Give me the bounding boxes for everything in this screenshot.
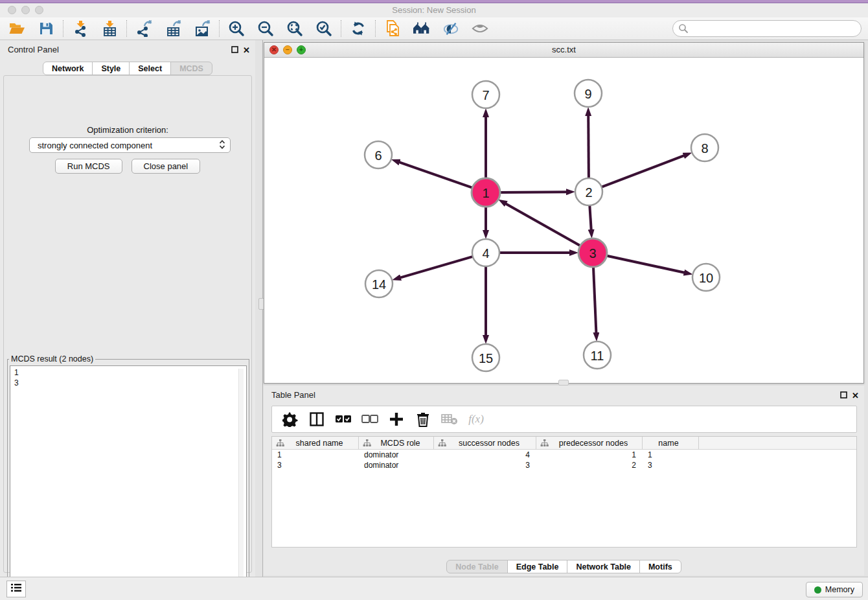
svg-text:15: 15	[479, 351, 493, 365]
import-network-icon[interactable]	[72, 20, 89, 37]
result-scrollbar[interactable]	[238, 369, 244, 597]
optimization-criterion-label: Optimization criterion:	[4, 125, 251, 135]
run-mcds-button[interactable]: Run MCDS	[55, 159, 122, 174]
tab-motifs[interactable]: Motifs	[639, 560, 681, 573]
table-cell[interactable]: 3	[643, 460, 699, 470]
close-panel-icon[interactable]: ✕	[243, 45, 250, 55]
graph-node-10[interactable]: 10	[692, 264, 720, 291]
export-table-icon[interactable]	[165, 20, 181, 37]
hide-eye-icon[interactable]	[442, 20, 459, 37]
graph-edge-3-1[interactable]	[505, 203, 582, 247]
tab-style[interactable]: Style	[92, 62, 130, 75]
table-cell[interactable]: 3	[272, 460, 359, 470]
svg-text:9: 9	[584, 87, 591, 101]
graph-edge-2-8[interactable]	[600, 156, 685, 188]
table-cell[interactable]: dominator	[359, 450, 434, 460]
table-panel: Table Panel ✕ f(x) shared nameMCDS roles…	[264, 386, 864, 575]
svg-text:2: 2	[585, 185, 592, 200]
tab-network[interactable]: Network	[43, 62, 93, 75]
graph-edge-1-6[interactable]	[398, 162, 474, 189]
table-row[interactable]: 3dominator323	[272, 460, 856, 470]
graph-edge-1-2[interactable]	[499, 192, 567, 192]
column-header-MCDS-role[interactable]: MCDS role	[359, 437, 434, 449]
tab-node-table[interactable]: Node Table	[446, 560, 507, 573]
titlebar: Session: New Session	[0, 3, 868, 17]
control-panel-header: Control Panel ✕	[0, 40, 255, 58]
homes-icon[interactable]	[413, 20, 430, 37]
graph-node-6[interactable]: 6	[365, 141, 392, 168]
close-panel-button[interactable]: Close panel	[131, 159, 201, 174]
network-window-titlebar[interactable]: ✕ − + scc.txt	[264, 43, 863, 58]
graph-node-15[interactable]: 15	[472, 344, 499, 371]
show-eye-icon[interactable]	[472, 20, 488, 37]
zoom-selected-icon[interactable]	[315, 20, 332, 37]
table-cell[interactable]: 1	[536, 450, 643, 460]
table-cell[interactable]: 1	[643, 450, 699, 460]
optimization-criterion-select[interactable]: strongly connected component	[29, 137, 231, 153]
trash-icon[interactable]	[415, 411, 431, 428]
svg-text:10: 10	[699, 271, 713, 285]
memory-status-icon	[814, 586, 821, 594]
select-all-icon[interactable]	[335, 411, 352, 428]
graph-edge-2-9[interactable]	[588, 115, 589, 179]
table-row[interactable]: 1dominator411	[272, 450, 856, 460]
column-header-successor-nodes[interactable]: successor nodes	[434, 437, 536, 449]
search-container	[672, 20, 862, 37]
close-table-panel-icon[interactable]: ✕	[852, 391, 859, 400]
gear-icon[interactable]	[282, 411, 299, 428]
table-cell[interactable]: dominator	[359, 460, 434, 470]
task-history-button[interactable]	[6, 581, 26, 597]
svg-text:7: 7	[482, 88, 489, 102]
mcds-tab-content: Optimization criterion: strongly connect…	[3, 75, 252, 573]
graph-node-4[interactable]: 4	[472, 239, 499, 266]
mcds-result-text: 1 3	[10, 365, 247, 600]
zoom-out-icon[interactable]	[257, 20, 274, 37]
graph-node-1[interactable]: 1	[472, 178, 500, 207]
svg-text:11: 11	[591, 349, 604, 363]
search-input[interactable]	[672, 20, 862, 37]
graph-node-8[interactable]: 8	[691, 134, 718, 161]
graph-edge-3-10[interactable]	[606, 255, 685, 273]
split-columns-icon[interactable]	[308, 411, 325, 428]
graph-node-9[interactable]: 9	[575, 80, 602, 107]
table-cell[interactable]: 1	[272, 450, 359, 460]
network-canvas[interactable]: 7968124314101511	[264, 58, 863, 383]
open-folder-icon[interactable]	[8, 20, 25, 37]
graph-node-3[interactable]: 3	[578, 238, 607, 267]
tab-network-table[interactable]: Network Table	[567, 560, 640, 573]
horizontal-splitter-handle[interactable]	[558, 380, 569, 386]
svg-text:4: 4	[482, 246, 489, 260]
memory-button[interactable]: Memory	[806, 582, 863, 597]
add-row-icon[interactable]	[388, 411, 405, 428]
graph-edge-4-14[interactable]	[400, 256, 474, 278]
zoom-fit-icon[interactable]	[286, 20, 303, 37]
table-cell[interactable]: 3	[434, 460, 536, 470]
table-cell[interactable]: 4	[434, 450, 536, 460]
graph-edge-2-3[interactable]	[589, 204, 591, 231]
export-network-icon[interactable]	[135, 20, 152, 37]
float-table-panel-icon[interactable]	[840, 389, 847, 401]
graph-edge-3-11[interactable]	[593, 266, 597, 334]
deselect-all-icon[interactable]	[361, 411, 378, 428]
table-cell[interactable]: 2	[536, 460, 643, 470]
clipboard-network-icon[interactable]	[384, 20, 401, 37]
graph-node-14[interactable]: 14	[365, 270, 393, 297]
column-header-shared-name[interactable]: shared name	[272, 437, 359, 449]
tab-edge-table[interactable]: Edge Table	[507, 560, 568, 573]
graph-node-7[interactable]: 7	[472, 81, 499, 108]
float-panel-icon[interactable]	[231, 44, 238, 56]
tab-select[interactable]: Select	[129, 62, 171, 75]
zoom-in-icon[interactable]	[228, 20, 245, 37]
export-image-icon[interactable]	[194, 20, 211, 37]
status-bar: Memory	[0, 577, 868, 600]
save-icon[interactable]	[38, 20, 54, 37]
column-header-name[interactable]: name	[643, 437, 699, 449]
import-table-icon[interactable]	[101, 20, 118, 37]
graph-node-2[interactable]: 2	[575, 178, 602, 205]
refresh-icon[interactable]	[350, 20, 367, 37]
search-icon	[678, 23, 689, 36]
column-header-predecessor-nodes[interactable]: predecessor nodes	[536, 437, 643, 449]
mcds-result-legend: MCDS result (2 nodes)	[9, 354, 95, 363]
tab-mcds[interactable]: MCDS	[170, 62, 212, 75]
graph-node-11[interactable]: 11	[584, 341, 611, 369]
